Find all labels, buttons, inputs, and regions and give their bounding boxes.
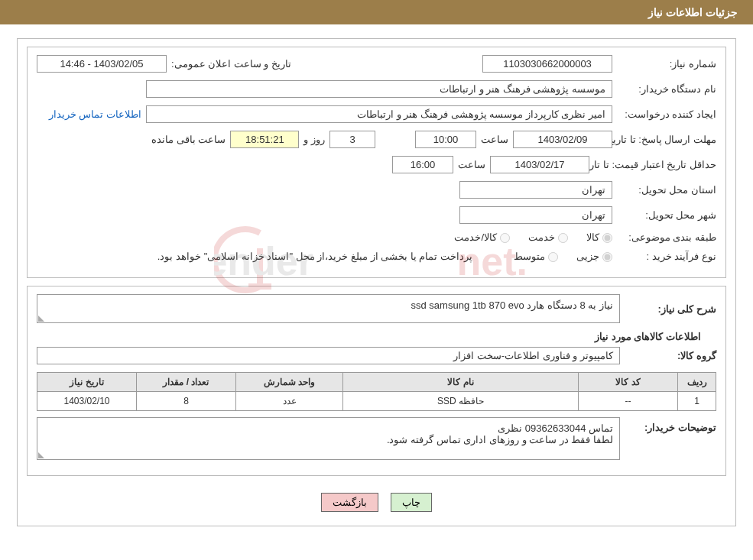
radio-goods-label: کالا [586, 231, 612, 243]
purchase-desc: پرداخت تمام یا بخشی از مبلغ خرید،از محل … [157, 251, 472, 262]
buyer-notes-text: تماس 09362633044 نظری لطفا فقط در ساعت و… [37, 417, 620, 460]
need-details-section: شرح کلی نیاز: نیاز به 8 دستگاه هارد ssd … [27, 286, 726, 476]
group-label: گروه کالا: [625, 350, 716, 361]
th-qty: تعداد / مقدار [137, 373, 236, 392]
city-value: تهران [459, 206, 612, 224]
requester-label: ایجاد کننده درخواست: [617, 108, 716, 120]
group-value: کامپیوتر و فناوری اطلاعات-سخت افزار [37, 347, 620, 364]
requester-value: امیر نظری کارپرداز موسسه پژوهشی فرهنگ هن… [146, 105, 612, 123]
radio-goods-service [500, 233, 510, 243]
announce-value: 1403/02/05 - 14:46 [37, 55, 167, 73]
cell-unit: عدد [236, 392, 343, 411]
resize-handle-icon [38, 314, 46, 322]
announce-label: تاریخ و ساعت اعلان عمومی: [171, 58, 291, 70]
buyer-contact-link[interactable]: اطلاعات تماس خریدار [49, 108, 141, 120]
need-no-label: شماره نیاز: [617, 58, 716, 70]
th-idx: ردیف [678, 373, 716, 392]
min-validity-time-label: ساعت [458, 159, 485, 170]
th-name: نام کالا [343, 373, 579, 392]
page-title: جزئیات اطلاعات نیاز [648, 6, 738, 18]
city-label: شهر محل تحویل: [617, 209, 716, 221]
purchase-type-label: نوع فرآیند خرید : [617, 251, 716, 262]
buyer-org-value: موسسه پژوهشی فرهنگ هنر و ارتباطات [146, 80, 612, 98]
min-validity-time: 16:00 [392, 156, 453, 173]
resize-handle-icon [38, 451, 46, 458]
table-row: 1 -- حافظه SSD عدد 8 1403/02/10 [37, 392, 716, 411]
radio-partial-label: جزیی [576, 251, 612, 262]
deadline-time-label: ساعت [481, 134, 508, 145]
items-title: اطلاعات کالاهای مورد نیاز [37, 331, 707, 342]
need-info-section: شماره نیاز: 1103030662000003 تاریخ و ساع… [27, 47, 726, 278]
cell-name: حافظه SSD [343, 392, 579, 411]
th-code: کد کالا [579, 373, 678, 392]
print-button[interactable]: چاپ [391, 493, 432, 512]
category-label: طبقه بندی موضوعی: [617, 231, 716, 243]
page-header: جزئیات اطلاعات نیاز [0, 0, 753, 24]
th-unit: واحد شمارش [236, 373, 343, 392]
radio-partial [602, 252, 612, 262]
days-remain: 3 [329, 131, 375, 148]
deadline-time: 10:00 [415, 131, 476, 148]
items-table: ردیف کد کالا نام کالا واحد شمارش تعداد /… [37, 372, 716, 411]
min-validity-date: 1403/02/17 [490, 156, 589, 173]
radio-service [558, 233, 568, 243]
min-validity-label: حداقل تاریخ اعتبار قیمت: تا تاریخ: [594, 159, 716, 170]
action-buttons: چاپ بازگشت [18, 484, 735, 526]
th-date: تاریخ نیاز [37, 373, 137, 392]
need-no-value: 1103030662000003 [482, 55, 612, 73]
deadline-label: مهلت ارسال پاسخ: تا تاریخ: [617, 134, 716, 145]
summary-label: شرح کلی نیاز: [625, 303, 716, 315]
radio-medium-label: متوسط [514, 251, 558, 262]
back-button[interactable]: بازگشت [321, 493, 378, 512]
cell-code: -- [579, 392, 678, 411]
hms-remain: 18:51:21 [230, 131, 299, 148]
province-label: استان محل تحویل: [617, 184, 716, 196]
radio-service-label: خدمت [528, 231, 568, 243]
radio-goods-service-label: کالا/خدمت [454, 231, 510, 243]
radio-medium [548, 252, 558, 262]
cell-date: 1403/02/10 [37, 392, 137, 411]
buyer-org-label: نام دستگاه خریدار: [617, 83, 716, 95]
cell-qty: 8 [137, 392, 236, 411]
province-value: تهران [459, 181, 612, 199]
main-content: شماره نیاز: 1103030662000003 تاریخ و ساع… [17, 38, 736, 526]
buyer-notes-label: توضیحات خریدار: [625, 417, 716, 460]
summary-text: نیاز به 8 دستگاه هارد ssd samsung 1tb 87… [37, 294, 620, 323]
deadline-date: 1403/02/09 [513, 131, 612, 148]
radio-goods [602, 233, 612, 243]
remain-label: ساعت باقی مانده [151, 134, 226, 145]
cell-idx: 1 [678, 392, 716, 411]
days-and-label: روز و [303, 134, 325, 145]
